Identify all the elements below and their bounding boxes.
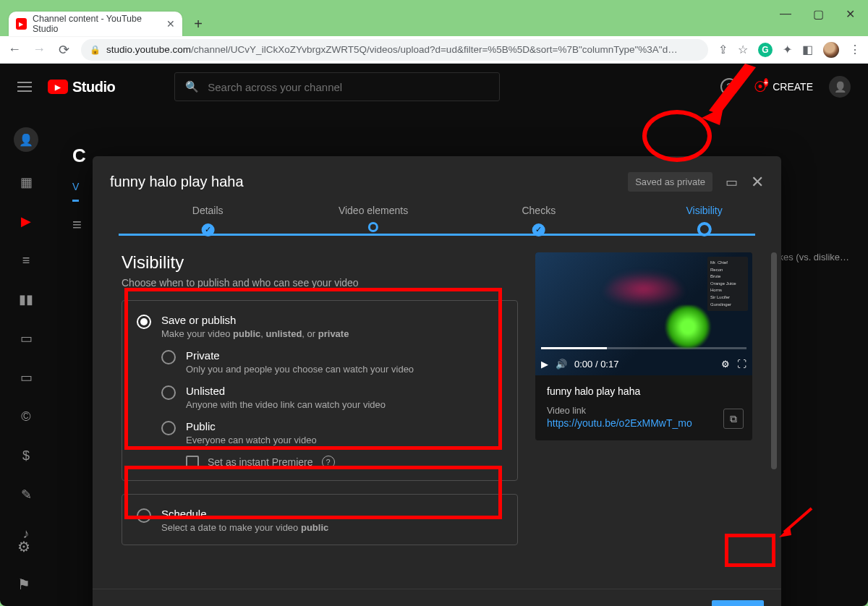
playlists-icon[interactable]: ≡: [17, 252, 35, 269]
annotation-circle-visibility: [642, 110, 712, 162]
game-menu-overlay: Mr. Chief Recon Brute Orange Juice Horns…: [707, 257, 748, 311]
youtube-play-icon: [48, 80, 68, 94]
scrollbar[interactable]: [771, 252, 777, 469]
search-icon: 🔍: [185, 80, 199, 93]
video-progress-bar[interactable]: [541, 347, 746, 349]
page-title: C: [72, 145, 86, 167]
tab-title: Channel content - YouTube Studio: [33, 14, 161, 34]
save-or-publish-title: Save or publish: [161, 314, 349, 326]
dialog-title: funny halo play haha: [110, 174, 244, 190]
browser-toolbar: ← → ⟳ 🔒 studio.youtube.com/channel/UCvY_…: [0, 36, 868, 64]
minimize-button[interactable]: —: [780, 7, 791, 21]
section-heading: Visibility: [122, 252, 518, 273]
side-panel-icon[interactable]: ◧: [802, 43, 813, 56]
schedule-title: Schedule: [161, 508, 328, 520]
analytics-icon[interactable]: ▮▮: [17, 291, 35, 308]
customization-icon[interactable]: ✎: [17, 486, 35, 503]
play-icon[interactable]: ▶: [541, 359, 548, 370]
dialog-footer: ⬆ HD ✓ Checks complete. No issues found.…: [93, 589, 781, 606]
video-share-link[interactable]: https://youtu.be/o2ExMMwT_mo: [547, 417, 741, 429]
monetization-icon[interactable]: $: [17, 447, 35, 464]
browser-tab[interactable]: Channel content - YouTube Studio ✕: [9, 12, 182, 36]
youtube-studio-logo[interactable]: Studio: [48, 79, 115, 95]
schedule-radio[interactable]: [137, 508, 151, 523]
schedule-desc: Select a date to make your video public: [161, 522, 328, 533]
public-radio[interactable]: [161, 421, 176, 435]
back-icon[interactable]: ←: [7, 42, 22, 57]
volume-icon[interactable]: 🔊: [556, 359, 567, 370]
video-link-label: Video link: [547, 406, 741, 416]
save-or-publish-radio[interactable]: [137, 315, 151, 329]
tab-close-icon[interactable]: ✕: [166, 18, 175, 30]
share-icon[interactable]: ⇪: [718, 43, 728, 56]
step-video-elements[interactable]: Video elements: [339, 205, 408, 235]
settings-gear-icon[interactable]: ⚙: [17, 538, 30, 555]
feedback-icon[interactable]: ⚑: [17, 576, 30, 593]
create-camera-icon: ⦿: [754, 80, 767, 95]
account-avatar[interactable]: [829, 76, 851, 98]
settings-gear-icon[interactable]: ⚙: [721, 359, 730, 370]
upload-dialog: funny halo play haha Saved as private ▭ …: [93, 156, 781, 606]
step-checks[interactable]: Checks✓: [522, 205, 556, 236]
annotation-arrow-save: [775, 505, 819, 541]
maximize-button[interactable]: ▢: [813, 7, 824, 21]
channel-avatar-icon[interactable]: 👤: [14, 127, 38, 152]
preview-video-title: funny halo play haha: [547, 385, 741, 397]
videos-tab[interactable]: V: [72, 181, 79, 202]
premiere-help-icon[interactable]: ?: [322, 456, 335, 469]
feedback-dialog-icon[interactable]: ▭: [726, 174, 738, 190]
studio-topbar: Studio 🔍 Search across your channel ? ⦿ …: [0, 64, 868, 110]
save-or-publish-card: Save or publish Make your video public, …: [122, 300, 518, 481]
fullscreen-icon[interactable]: ⛶: [737, 359, 746, 370]
window-controls: — ▢ ✕: [780, 7, 855, 21]
video-preview: Mr. Chief Recon Brute Orange Juice Horns…: [535, 252, 752, 440]
step-details[interactable]: Details✓: [192, 205, 224, 236]
private-radio[interactable]: [161, 350, 176, 364]
profile-avatar[interactable]: [823, 42, 839, 58]
extensions-puzzle-icon[interactable]: ✦: [783, 43, 792, 56]
filter-icon[interactable]: ≡: [72, 215, 82, 234]
search-input[interactable]: 🔍 Search across your channel: [174, 72, 500, 101]
new-tab-button[interactable]: +: [188, 14, 208, 34]
dashboard-icon[interactable]: ▦: [17, 174, 35, 191]
address-bar[interactable]: 🔒 studio.youtube.com/channel/UCvY_ilCkXo…: [81, 39, 708, 61]
section-subheading: Choose when to publish and who can see y…: [122, 277, 518, 289]
step-visibility[interactable]: Visibility: [686, 205, 722, 239]
lock-icon: 🔒: [90, 45, 101, 55]
hamburger-menu-icon[interactable]: [17, 82, 32, 92]
premiere-label: Set as instant Premiere: [208, 456, 313, 468]
forward-icon: →: [32, 42, 46, 57]
subtitles-icon[interactable]: ▭: [17, 369, 35, 386]
video-time: 0:00 / 0:17: [574, 359, 618, 370]
stepper: Details✓ Video elements Checks✓ Visibili…: [119, 205, 755, 245]
save-status-badge: Saved as private: [628, 172, 712, 192]
copyright-icon[interactable]: ©: [17, 408, 35, 425]
comments-icon[interactable]: ▭: [17, 330, 35, 347]
kebab-menu-icon[interactable]: ⋮: [849, 43, 861, 56]
help-icon[interactable]: ?: [720, 78, 738, 95]
likes-column-header: Likes (vs. dislike…: [771, 252, 849, 263]
search-placeholder: Search across your channel: [208, 81, 342, 93]
left-nav: 👤 ▦ ▶ ≡ ▮▮ ▭ ▭ © $ ✎ ♪: [0, 110, 52, 542]
grammarly-extension-icon[interactable]: G: [758, 43, 773, 57]
create-button[interactable]: ⦿ CREATE: [754, 80, 813, 95]
reload-icon[interactable]: ⟳: [56, 42, 71, 58]
bookmark-star-icon[interactable]: ☆: [738, 43, 748, 56]
save-button[interactable]: SAVE: [712, 600, 764, 607]
premiere-checkbox[interactable]: [186, 456, 199, 469]
back-button[interactable]: BACK: [654, 601, 702, 607]
window-close-button[interactable]: ✕: [846, 7, 855, 21]
video-thumbnail[interactable]: Mr. Chief Recon Brute Orange Juice Horns…: [535, 252, 752, 375]
save-or-publish-desc: Make your video public, unlisted, or pri…: [161, 328, 349, 339]
unlisted-radio[interactable]: [161, 385, 176, 400]
content-icon[interactable]: ▶: [17, 213, 35, 230]
url-text: studio.youtube.com/channel/UCvY_ilCkXoZY…: [106, 44, 678, 55]
close-dialog-icon[interactable]: ✕: [751, 173, 764, 192]
svg-line-2: [784, 508, 812, 532]
schedule-card: Schedule Select a date to make your vide…: [122, 494, 518, 545]
youtube-favicon-icon: [16, 18, 27, 30]
copy-link-icon[interactable]: ⧉: [723, 409, 744, 429]
